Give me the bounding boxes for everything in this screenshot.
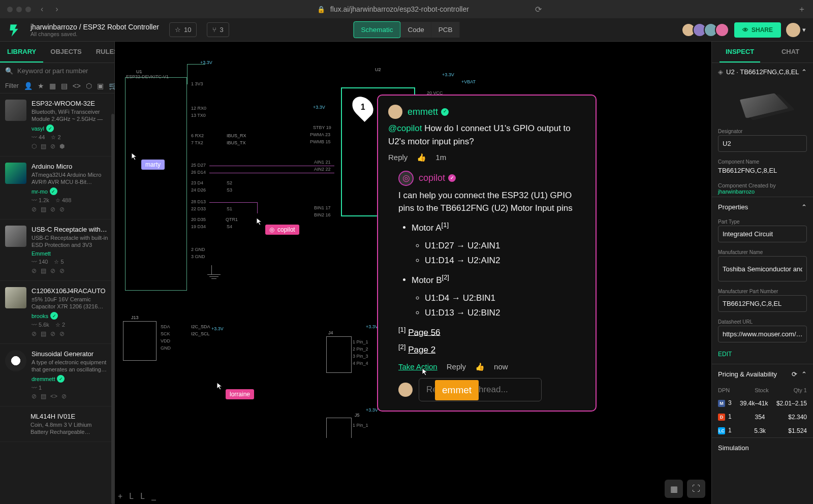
- library-search[interactable]: 🔍: [0, 63, 114, 79]
- filter-star-icon[interactable]: ★: [38, 82, 44, 90]
- avatar[interactable]: [715, 23, 729, 37]
- fork-count[interactable]: ⑂ 3: [207, 22, 229, 37]
- part-item[interactable]: Sinusoidal Generator A type of electroni…: [0, 344, 114, 406]
- reply-link[interactable]: Reply: [447, 361, 466, 373]
- reload-icon[interactable]: ⟳: [535, 5, 542, 14]
- part-item[interactable]: ML414H IV01E Coin, 4.8mm 3 V Lithium Bat…: [0, 406, 114, 442]
- sidebar-tabs: LIBRARY OBJECTS RULES: [0, 42, 114, 63]
- breadcrumb[interactable]: jharwinbarrozo / ESP32 Robot Controller …: [30, 23, 159, 37]
- edit-link[interactable]: EDIT: [712, 348, 813, 364]
- refresh-icon[interactable]: ⟳: [792, 370, 797, 378]
- address-bar[interactable]: 🔒 flux.ai/jharwinbarrozo/esp32-robot-con…: [68, 5, 791, 14]
- view-tabs: Schematic Code PCB: [353, 21, 459, 38]
- part-item[interactable]: Arduino Micro ATmega32U4 Arduino Micro A…: [0, 156, 114, 219]
- inspect-header[interactable]: ◈U2 · TB6612FNG,C,8,EL ⌃: [712, 63, 813, 81]
- verified-icon: ✓: [441, 108, 449, 116]
- traffic-lights: [7, 7, 31, 12]
- avatar: [786, 23, 800, 37]
- reply-link[interactable]: Reply: [388, 152, 408, 164]
- icon: ⬢: [59, 143, 65, 150]
- manufacturer-input[interactable]: [718, 256, 807, 281]
- copilot-response: I can help you connect the ESP32 (U1) GP…: [398, 189, 585, 357]
- part-thumbnail: [5, 350, 26, 371]
- part-thumbnail: [5, 287, 26, 308]
- thumbs-up-icon[interactable]: 👍: [417, 152, 426, 164]
- library-filters: Filter 👤 ★ ▦ ▤ <> ⬡ ▣ 🛒: [0, 79, 114, 93]
- cursor-label-emmet: emmet: [435, 380, 479, 401]
- part-thumbnail: [5, 226, 26, 247]
- part-type-input[interactable]: [718, 226, 807, 242]
- schematic-canvas[interactable]: U1 ESP32-DEVKITC-V1 +3.3V 1 3V3 12 RX0 1…: [115, 42, 711, 504]
- fork-icon: ⑂: [212, 26, 216, 34]
- price-row[interactable]: D1354$2.340: [712, 410, 813, 424]
- verified-icon: ✓: [50, 187, 57, 195]
- component-u1[interactable]: [125, 77, 187, 291]
- price-row[interactable]: M339.4k–41k$2.01–2.15: [712, 396, 813, 410]
- max-dot[interactable]: [25, 7, 31, 12]
- tab-inspect[interactable]: INSPECT: [720, 42, 760, 62]
- cursor-label-copilot: ◎copilot: [265, 225, 299, 235]
- verified-icon: ✓: [46, 124, 54, 132]
- thumbs-up-icon[interactable]: 👍: [475, 361, 485, 373]
- star-icon: ☆: [175, 26, 181, 34]
- parts-list[interactable]: ESP32-WROOM-32E Bluetooth, WiFi Transcei…: [0, 93, 114, 504]
- author-link[interactable]: jharwinbarrozo: [718, 188, 755, 195]
- tab-pcb[interactable]: PCB: [431, 22, 460, 38]
- properties-section[interactable]: Properties⌃: [712, 197, 813, 217]
- component-3d-preview[interactable]: [712, 81, 813, 127]
- avatar: [398, 383, 413, 397]
- chevron-up-icon: ⌃: [801, 203, 807, 211]
- designator-input[interactable]: [718, 135, 807, 152]
- grid-toggle-button[interactable]: ▦: [665, 480, 683, 498]
- app-header: jharwinbarrozo / ESP32 Robot Controller …: [0, 18, 813, 42]
- star-count[interactable]: ☆ 10: [169, 22, 197, 37]
- comment-thread[interactable]: 1 emmett✓ @copilot How do I connect U1's…: [377, 94, 597, 412]
- eye-icon: 👁: [742, 26, 748, 34]
- component-j5[interactable]: [326, 418, 352, 438]
- min-dot[interactable]: [16, 7, 22, 12]
- mpn-input[interactable]: [718, 295, 807, 312]
- fullscreen-button[interactable]: ⛶: [687, 480, 705, 498]
- tab-library[interactable]: LIBRARY: [0, 42, 43, 62]
- filter-3d-icon[interactable]: ⬡: [86, 82, 92, 90]
- component-j4[interactable]: [326, 336, 352, 373]
- search-input[interactable]: [17, 67, 109, 75]
- part-item[interactable]: USB-C Receptacle with… USB-C Receptacle …: [0, 219, 114, 281]
- filter-user-icon[interactable]: 👤: [24, 82, 33, 90]
- filter-stack-icon[interactable]: ▣: [97, 82, 104, 90]
- citation-link[interactable]: Page 2: [408, 345, 435, 355]
- right-panel: INSPECT CHAT ◈U2 · TB6612FNG,C,8,EL ⌃ De…: [711, 42, 813, 504]
- datasheet-input[interactable]: [718, 326, 807, 342]
- back-button[interactable]: ‹: [38, 4, 46, 15]
- icon: ⊘: [50, 143, 55, 150]
- close-dot[interactable]: [7, 7, 13, 12]
- take-action-link[interactable]: Take Action: [398, 361, 437, 373]
- cursor-marty: [131, 152, 138, 161]
- chevron-up-icon[interactable]: ⌃: [801, 68, 807, 76]
- lock-icon: 🔒: [317, 6, 325, 13]
- filter-grid-icon[interactable]: ▦: [49, 82, 56, 90]
- filter-layout-icon[interactable]: ▤: [61, 82, 68, 90]
- pricing-section[interactable]: Pricing & Availability ⟳⌃: [712, 364, 813, 384]
- tab-code[interactable]: Code: [400, 22, 431, 38]
- tab-objects[interactable]: OBJECTS: [43, 42, 88, 62]
- part-item[interactable]: C1206X106J4RACAUTO ±5% 10uF 16V Ceramic …: [0, 281, 114, 344]
- scrollbar[interactable]: [111, 114, 114, 504]
- part-item[interactable]: ESP32-WROOM-32E Bluetooth, WiFi Transcei…: [0, 93, 114, 156]
- price-row[interactable]: LC15.3k$1.524: [712, 424, 813, 437]
- new-tab-button[interactable]: ＋: [798, 4, 806, 15]
- component-j13[interactable]: [123, 321, 157, 361]
- tab-chat[interactable]: CHAT: [775, 42, 805, 62]
- created-by: Component Created by jharwinbarrozo: [712, 180, 813, 197]
- flux-logo[interactable]: [7, 23, 20, 37]
- presence-avatars[interactable]: [684, 23, 729, 37]
- forward-button[interactable]: ›: [53, 4, 60, 15]
- citation-link[interactable]: Page 56: [408, 327, 440, 337]
- tab-schematic[interactable]: Schematic: [353, 21, 400, 38]
- share-button[interactable]: 👁 SHARE: [734, 22, 781, 38]
- cursor-label-lorraine: lorraine: [226, 389, 254, 399]
- simulation-section[interactable]: Simulation: [712, 437, 813, 458]
- user-menu[interactable]: ▾: [786, 23, 806, 37]
- filter-code-icon[interactable]: <>: [73, 82, 81, 90]
- avatar: [388, 105, 402, 119]
